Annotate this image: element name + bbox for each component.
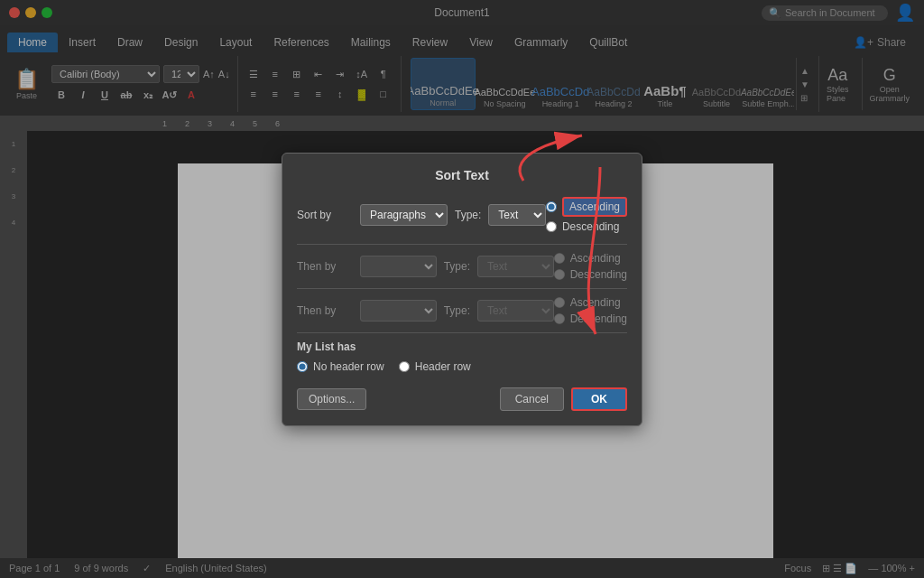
sort-by-select[interactable]: Paragraphs [360,204,448,226]
then-by-1-descending-text: Descending [570,268,627,281]
descending-radio[interactable] [546,221,557,232]
ok-cancel-group: Cancel OK [500,387,627,411]
modal-overlay: Sort Text Sort by Paragraphs Type: Text … [0,0,924,578]
then-by-1-type-select[interactable]: Text [477,256,554,277]
then-by-2-descending-text: Descending [570,312,627,325]
then-by-1-ascending-text: Ascending [570,252,621,265]
my-list-label: My List has [297,340,627,353]
ascending-radio[interactable] [546,201,557,212]
ascending-label: Ascending [562,197,627,217]
no-header-row-text: No header row [313,360,384,373]
then-by-1-type-label: Type: [444,260,470,273]
then-by-1-order-group: Ascending Descending [554,252,627,281]
sort-by-type-label: Type: [455,209,481,221]
then-by-2-order-group: Ascending Descending [554,296,627,325]
then-by-2-descending-label: Descending [554,312,627,325]
ascending-radio-label[interactable]: Ascending [546,197,627,217]
header-row-radio[interactable] [399,361,410,372]
then-by-2-type-label: Type: [444,304,470,317]
then-by-2-select[interactable] [360,300,437,322]
then-by-2-label: Then by [297,304,360,317]
header-row-label[interactable]: Header row [399,360,471,373]
then-by-2-ascending-label: Ascending [554,296,627,309]
my-list-radio-row: No header row Header row [297,360,627,373]
no-header-row-label[interactable]: No header row [297,360,384,373]
sort-by-label: Sort by [297,209,360,221]
header-row-text: Header row [415,360,471,373]
then-by-1-descending-label: Descending [554,268,627,281]
descending-label: Descending [562,220,619,233]
then-by-2-row: Then by Type: Text Ascending Descending [297,296,627,325]
sort-dialog: Sort Text Sort by Paragraphs Type: Text … [282,153,642,426]
options-button[interactable]: Options... [297,388,366,410]
dialog-footer: Options... Cancel OK [297,387,627,411]
descending-radio-label[interactable]: Descending [546,220,627,233]
then-by-1-label: Then by [297,260,360,273]
sort-by-order-group: Ascending Descending [546,197,627,233]
sort-by-row: Sort by Paragraphs Type: Text Ascending … [297,197,627,233]
then-by-1-descending-radio[interactable] [554,269,565,280]
no-header-row-radio[interactable] [297,361,308,372]
ok-button[interactable]: OK [571,387,627,411]
then-by-2-ascending-radio[interactable] [554,297,565,308]
then-by-1-select[interactable] [360,256,437,277]
then-by-1-ascending-label: Ascending [554,252,627,265]
sort-by-type-select[interactable]: Text [488,204,546,226]
then-by-1-row: Then by Type: Text Ascending Descending [297,252,627,281]
then-by-2-type-select[interactable]: Text [477,300,554,322]
then-by-2-descending-radio[interactable] [554,313,565,324]
then-by-2-ascending-text: Ascending [570,296,621,309]
my-list-section: My List has No header row Header row [297,340,627,373]
dialog-title: Sort Text [297,168,627,182]
cancel-button[interactable]: Cancel [500,387,564,411]
then-by-1-ascending-radio[interactable] [554,253,565,264]
